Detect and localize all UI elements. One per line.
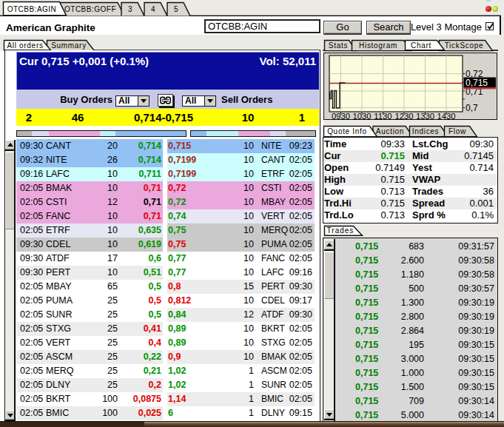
svg-text:Indices: Indices [412, 127, 440, 135]
svg-text:1130: 1130 [374, 112, 392, 121]
svg-text:5: 5 [174, 5, 178, 13]
svg-text:Flow: Flow [448, 127, 466, 135]
svg-text:0,715: 0,715 [466, 78, 488, 88]
svg-text:3: 3 [128, 5, 132, 13]
svg-text:Stats: Stats [329, 41, 348, 50]
svg-text:0,7: 0,7 [466, 103, 478, 113]
svg-text:OTCBB:GOFF: OTCBB:GOFF [64, 5, 116, 13]
svg-text:All orders: All orders [7, 41, 43, 50]
svg-text:4: 4 [151, 5, 155, 13]
svg-text:0930: 0930 [332, 112, 350, 121]
svg-text:Histogram: Histogram [359, 41, 397, 50]
svg-text:Quote Info: Quote Info [327, 127, 367, 135]
svg-text:1330: 1330 [416, 112, 434, 121]
svg-text:Chart: Chart [411, 41, 431, 50]
svg-text:Trades: Trades [327, 226, 355, 235]
svg-text:OTCBB:AGIN: OTCBB:AGIN [7, 5, 57, 13]
svg-text:Auction: Auction [376, 127, 404, 135]
svg-text:1230: 1230 [394, 112, 413, 121]
svg-text:TickScope: TickScope [445, 41, 484, 50]
svg-text:1430: 1430 [437, 112, 455, 121]
svg-text:Summary: Summary [51, 41, 87, 50]
svg-text:1030: 1030 [352, 112, 371, 121]
